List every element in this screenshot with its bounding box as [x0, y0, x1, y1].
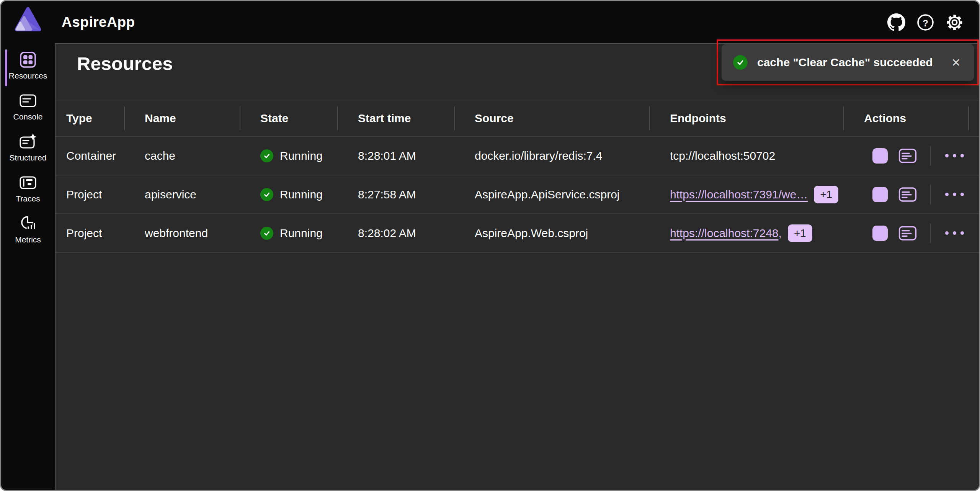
endpoint-text: tcp://localhost:50702	[670, 149, 775, 162]
column-header-endpoints: Endpoints	[649, 100, 843, 136]
stop-resource-button[interactable]	[872, 226, 888, 241]
main-panel: Resources Type Name State Start time Sou…	[55, 43, 979, 490]
endpoint-suffix: ,	[779, 227, 782, 240]
help-icon[interactable]: ?	[916, 13, 934, 31]
cell-name: webfrontend	[124, 227, 240, 240]
state-label: Running	[280, 227, 323, 240]
cell-actions	[843, 146, 979, 166]
cell-state: Running	[240, 149, 337, 162]
running-check-icon	[260, 188, 273, 201]
sidebar-item-label: Metrics	[15, 235, 41, 244]
more-actions-button[interactable]	[944, 190, 965, 199]
console-icon	[19, 92, 37, 110]
app-title: AspireApp	[62, 1, 135, 43]
settings-gear-icon[interactable]	[945, 13, 964, 31]
cell-endpoints: https://localhost:7248, +1	[649, 224, 843, 242]
actions-divider	[930, 146, 931, 166]
cell-actions	[843, 223, 979, 243]
endpoint-link[interactable]: https://localhost:7248	[670, 227, 779, 240]
column-header-type: Type	[56, 100, 124, 136]
column-header-source: Source	[454, 100, 649, 136]
cell-type: Container	[56, 149, 124, 162]
success-check-icon	[733, 55, 748, 70]
resources-grid-icon	[19, 51, 37, 69]
cell-source: AspireApp.Web.csproj	[454, 227, 649, 240]
endpoint-link[interactable]: https://localhost:7391/we…	[670, 188, 808, 201]
console-logs-button[interactable]	[898, 187, 917, 202]
cell-type: Project	[56, 188, 124, 201]
table-row-cache: Container cache Running 8:28:01 AM docke…	[56, 137, 979, 175]
cell-start-time: 8:27:58 AM	[337, 188, 454, 201]
github-icon[interactable]	[887, 13, 905, 31]
cell-source: docker.io/library/redis:7.4	[454, 149, 649, 162]
toast-notification: cache "Clear Cache" succeeded ✕	[722, 44, 974, 81]
state-label: Running	[280, 149, 323, 162]
sidebar-item-metrics[interactable]: Metrics	[1, 215, 55, 248]
metrics-icon	[19, 215, 37, 232]
cell-name: cache	[124, 149, 240, 162]
close-icon[interactable]: ✕	[948, 54, 964, 71]
table-row-apiservice: Project apiservice Running 8:27:58 AM As…	[56, 175, 979, 214]
cell-name: apiservice	[124, 188, 240, 201]
sidebar-item-structured[interactable]: Structured	[1, 133, 55, 166]
running-check-icon	[260, 227, 273, 240]
traces-icon	[19, 174, 37, 191]
svg-text:?: ?	[923, 18, 928, 28]
aspire-dashboard-window: AspireApp ?	[0, 0, 980, 491]
active-tab-indicator	[5, 49, 7, 86]
cell-start-time: 8:28:01 AM	[337, 149, 454, 162]
stop-resource-button[interactable]	[872, 187, 888, 202]
running-check-icon	[260, 149, 273, 162]
cell-state: Running	[240, 188, 337, 201]
sidebar-item-resources[interactable]: Resources	[1, 51, 55, 84]
column-header-start-time: Start time	[337, 100, 454, 136]
more-actions-button[interactable]	[944, 151, 965, 160]
sidebar-item-label: Traces	[16, 194, 40, 203]
cell-endpoints: https://localhost:7391/we… +1	[649, 186, 843, 203]
actions-divider	[930, 185, 931, 205]
cell-source: AspireApp.ApiService.csproj	[454, 188, 649, 201]
more-actions-button[interactable]	[944, 228, 965, 238]
stop-resource-button[interactable]	[872, 148, 888, 164]
cell-start-time: 8:28:02 AM	[337, 227, 454, 240]
column-header-state: State	[240, 100, 337, 136]
toast-message: cache "Clear Cache" succeeded	[757, 56, 939, 69]
highlight-annotation-box: cache "Clear Cache" succeeded ✕	[717, 39, 979, 85]
topbar-actions: ?	[887, 1, 964, 43]
sidebar-item-console[interactable]: Console	[1, 92, 55, 125]
sidebar-item-label: Resources	[9, 71, 47, 80]
cell-type: Project	[56, 227, 124, 240]
cell-actions	[843, 185, 979, 205]
console-logs-button[interactable]	[898, 226, 917, 241]
table-row-webfrontend: Project webfrontend Running 8:28:02 AM A…	[56, 214, 979, 253]
state-label: Running	[280, 188, 323, 201]
cell-endpoints: tcp://localhost:50702	[649, 149, 843, 162]
aspire-logo-icon	[13, 6, 42, 35]
top-bar: AspireApp ?	[1, 1, 979, 43]
resources-table: Type Name State Start time Source Endpoi…	[56, 100, 979, 253]
console-logs-button[interactable]	[898, 148, 917, 164]
sidebar-item-label: Console	[13, 112, 42, 121]
more-endpoints-badge[interactable]: +1	[814, 186, 838, 203]
actions-divider	[930, 223, 931, 243]
column-header-actions: Actions	[843, 100, 979, 136]
cell-state: Running	[240, 227, 337, 240]
sidebar-nav: Resources Console Structured	[1, 43, 55, 490]
more-endpoints-badge[interactable]: +1	[788, 224, 812, 242]
table-header-row: Type Name State Start time Source Endpoi…	[56, 100, 979, 137]
sidebar-item-traces[interactable]: Traces	[1, 174, 55, 207]
structured-logs-icon	[19, 133, 37, 151]
column-header-name: Name	[124, 100, 240, 136]
sidebar-item-label: Structured	[10, 153, 47, 162]
